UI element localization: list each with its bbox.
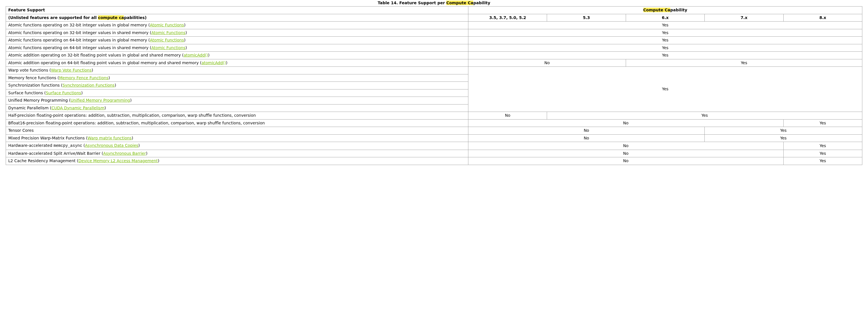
feature-text: ) [138, 143, 140, 148]
feature-text: ( [82, 143, 85, 148]
header-compute-capability: Compute Capability [468, 6, 862, 14]
table-caption: Table 14. Feature Support per Compute Ca… [6, 0, 862, 6]
feature-text: Hardware-accelerated [8, 143, 54, 148]
feature-cell: Atomic functions operating on 32-bit int… [6, 29, 468, 37]
header-cc-suffix: pability [670, 8, 687, 12]
feature-cell: Dynamic Parallelism (CUDA Dynamic Parall… [6, 104, 468, 112]
table-row: Atomic addition operating on 32-bit floa… [6, 52, 862, 59]
value-cell: No [468, 127, 705, 134]
value-cell: Yes [783, 142, 862, 150]
table-row: Hardware-accelerated memcpy_async (Async… [6, 142, 862, 150]
code-memcpy-async: memcpy_async [54, 143, 82, 148]
feature-text: Memory fence functions ( [8, 76, 59, 80]
value-cell: Yes [783, 157, 862, 165]
value-cell: Yes [705, 134, 862, 142]
value-cell: Yes [626, 59, 862, 67]
feature-text: ) [185, 46, 187, 50]
feature-text: Atomic functions operating on 32-bit int… [8, 30, 151, 35]
feature-cell: Atomic functions operating on 32-bit int… [6, 22, 468, 29]
table-row: Half-precision floating-point operations… [6, 112, 862, 120]
table-row: L2 Cache Residency Management (Device Me… [6, 157, 862, 165]
feature-text: ) [146, 151, 147, 156]
value-cell: Yes [705, 127, 862, 134]
table-row: Hardware-accelerated Split Arrive/Wait B… [6, 150, 862, 157]
feature-cell: Hardware-accelerated Split Arrive/Wait B… [6, 150, 468, 157]
feature-cell: Synchronization functions (Synchronizati… [6, 82, 468, 89]
feature-text: ) [208, 53, 209, 57]
value-cell: Yes [468, 29, 862, 37]
feature-text: ) [108, 76, 110, 80]
feature-cell: Mixed Precision Warp-Matrix Functions (W… [6, 134, 468, 142]
value-cell: Yes [468, 22, 862, 29]
feature-cell: Atomic addition operating on 64-bit floa… [6, 59, 468, 67]
link-asynchronous-barrier[interactable]: Asynchronous Barrier [103, 151, 146, 156]
col-cc-0: 3.5, 3.7, 5.0, 5.2 [468, 14, 547, 22]
link-atomic-functions[interactable]: Atomic Functions [150, 38, 184, 42]
link-surface-functions[interactable]: Surface Functions [46, 91, 81, 95]
link-synchronization-functions[interactable]: Synchronization Functions [62, 83, 115, 87]
table-row: Atomic addition operating on 64-bit floa… [6, 59, 862, 67]
table-row: Warp vote functions (Warp Vote Functions… [6, 67, 862, 74]
feature-cell: Tensor Cores [6, 127, 468, 134]
feature-text: Mixed Precision Warp-Matrix Functions ( [8, 136, 88, 140]
table-row: Mixed Precision Warp-Matrix Functions (W… [6, 134, 862, 142]
feature-text: Atomic functions operating on 32-bit int… [8, 23, 150, 27]
feature-cell: Surface functions (Surface Functions) [6, 89, 468, 97]
link-warp-matrix-functions[interactable]: Warp matrix functions [88, 136, 131, 140]
feature-text: ) [184, 23, 185, 27]
table-row: Bfloat16-precision floating-point operat… [6, 119, 862, 127]
table-row: Atomic functions operating on 64-bit int… [6, 44, 862, 52]
header-row-1: Feature Support Compute Capability [6, 6, 862, 14]
feature-text: ) [130, 98, 131, 102]
value-cell: No [468, 112, 547, 120]
feature-text: Atomic functions operating on 64-bit int… [8, 46, 151, 50]
feature-cell: Half-precision floating-point operations… [6, 112, 468, 120]
col-cc-1: 5.3 [547, 14, 626, 22]
value-cell: No [468, 157, 784, 165]
value-cell: Yes [468, 67, 862, 112]
value-cell: Yes [547, 112, 862, 120]
table-row: Atomic functions operating on 32-bit int… [6, 22, 862, 29]
caption-highlight: Compute Ca [446, 1, 473, 5]
header-unlisted-note: (Unlisted features are supported for all… [6, 14, 468, 22]
caption-suffix: pability [473, 1, 490, 5]
feature-text: Surface functions ( [8, 91, 46, 95]
feature-text: ) [104, 106, 106, 110]
link-atomic-functions[interactable]: Atomic Functions [151, 30, 185, 35]
value-cell: Yes [468, 52, 862, 59]
feature-text: Hardware-accelerated Split Arrive/Wait B… [8, 151, 103, 156]
table-row: Tensor Cores No Yes [6, 127, 862, 134]
col-cc-3: 7.x [705, 14, 783, 22]
link-warp-vote-functions[interactable]: Warp Vote Functions [51, 68, 91, 72]
value-cell: No [468, 150, 784, 157]
feature-text: Synchronization functions ( [8, 83, 62, 87]
value-cell: Yes [468, 37, 862, 44]
feature-cell: L2 Cache Residency Management (Device Me… [6, 157, 468, 165]
link-atomicadd[interactable]: atomicAdd() [184, 53, 208, 57]
feature-text: ) [92, 68, 93, 72]
feature-text: Atomic addition operating on 32-bit floa… [8, 53, 184, 57]
value-cell: No [468, 119, 784, 127]
link-memory-fence-functions[interactable]: Memory Fence Functions [59, 76, 108, 80]
feature-text: ) [158, 158, 159, 163]
feature-text: ) [81, 91, 83, 95]
link-device-memory-l2-access-management[interactable]: Device Memory L2 Access Management [79, 158, 158, 163]
link-cuda-dynamic-parallelism[interactable]: CUDA Dynamic Parallelism [52, 106, 104, 110]
feature-support-table: Feature Support Compute Capability (Unli… [6, 6, 862, 165]
link-asynchronous-data-copies[interactable]: Asynchronous Data Copies [85, 143, 138, 148]
feature-text: ) [115, 83, 116, 87]
link-atomic-functions[interactable]: Atomic Functions [150, 23, 184, 27]
link-unified-memory-programming[interactable]: Unified Memory Programming [70, 98, 130, 102]
unlisted-highlight: compute ca [98, 15, 124, 20]
value-cell: No [468, 142, 784, 150]
link-atomicadd[interactable]: atomicAdd() [202, 60, 226, 65]
feature-cell: Atomic functions operating on 64-bit int… [6, 44, 468, 52]
header-row-2: (Unlisted features are supported for all… [6, 14, 862, 22]
feature-cell: Atomic addition operating on 32-bit floa… [6, 52, 468, 59]
feature-cell: Unified Memory Programming (Unified Memo… [6, 97, 468, 104]
link-atomic-functions[interactable]: Atomic Functions [151, 46, 185, 50]
header-feature-support: Feature Support [6, 6, 468, 14]
feature-text: ) [184, 38, 185, 42]
header-cc-highlight: Compute Ca [643, 8, 670, 12]
value-cell: No [468, 134, 705, 142]
